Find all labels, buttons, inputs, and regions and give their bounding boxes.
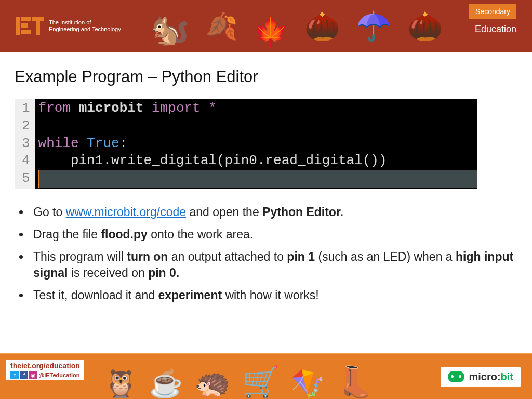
mug-icon: ☕	[149, 368, 183, 399]
instagram-icon: ◉	[29, 371, 37, 379]
line-number: 1	[22, 100, 30, 117]
education-level-box: Secondary Education	[469, 4, 516, 35]
code-line-2	[38, 117, 477, 135]
iet-mark-icon	[16, 17, 44, 35]
header-banner: The Institution of Engineering and Techn…	[0, 0, 532, 52]
footer-decorative-icons: 🦉 ☕ 🦔 🛒 🪁 👢	[104, 354, 374, 399]
pinecone-icon: 🌰	[304, 9, 340, 43]
code-line-1: from microbit import *	[38, 100, 477, 117]
line-number: 3	[22, 135, 30, 153]
umbrella-icon: ☂️	[356, 9, 392, 43]
kite-icon: 🪁	[291, 368, 325, 399]
footer-url: theiet.org/education	[10, 362, 80, 370]
line-number: 5	[22, 170, 30, 188]
microbit-logo: micro:bit	[441, 367, 521, 387]
boots-icon: 👢	[336, 364, 374, 399]
squirrel-icon: 🐿️	[151, 11, 190, 48]
microbit-chip-icon	[448, 371, 464, 382]
slide-title: Example Program – Python Editor	[15, 68, 517, 86]
bullet-2: Drag the file flood.py onto the work are…	[30, 227, 517, 243]
education-label: Education	[469, 24, 516, 35]
code-line-3: while True:	[38, 135, 477, 153]
org-line-1: The Institution of	[49, 19, 121, 26]
code-line-4: pin1.write_digital(pin0.read_digital())	[38, 152, 477, 170]
wheelbarrow-icon: 🛒	[242, 364, 280, 399]
twitter-icon: t	[10, 371, 19, 379]
line-gutter: 1 2 3 4 5	[15, 99, 35, 189]
social-handle: @IETeducation	[38, 372, 79, 378]
facebook-icon: f	[20, 371, 28, 379]
microbit-text: micro:bit	[469, 371, 513, 383]
bullet-4: Test it, download it and experiment with…	[30, 287, 517, 303]
cursor-icon	[38, 170, 39, 188]
iet-logo: The Institution of Engineering and Techn…	[16, 17, 121, 35]
line-number: 4	[22, 152, 30, 170]
footer-contact-card: theiet.org/education t f ◉ @IETeducation	[6, 360, 84, 380]
leaf-brown-icon: 🍂	[205, 11, 237, 41]
org-line-2: Engineering and Technology	[49, 26, 121, 33]
bullet-1: Go to www.microbit.org/code and open the…	[30, 204, 517, 220]
header-decorative-icons: 🐿️ 🍂 🍁 🌰 ☂️ 🌰	[151, 0, 443, 52]
owl-icon: 🦉	[104, 368, 138, 399]
bullet-3: This program will turn on an output atta…	[30, 249, 517, 281]
iet-org-text: The Institution of Engineering and Techn…	[49, 19, 121, 33]
footer-banner: theiet.org/education t f ◉ @IETeducation…	[0, 353, 532, 399]
instruction-list: Go to www.microbit.org/code and open the…	[15, 204, 517, 303]
leaf-orange-icon: 🍁	[253, 15, 289, 48]
social-row: t f ◉ @IETeducation	[10, 371, 80, 379]
code-line-5-active	[38, 170, 477, 188]
hedgehog-icon: 🦔	[194, 365, 231, 399]
secondary-badge: Secondary	[469, 4, 516, 19]
line-number: 2	[22, 117, 30, 135]
slide-content: Example Program – Python Editor 1 2 3 4 …	[0, 52, 532, 315]
acorn-icon: 🌰	[407, 9, 443, 43]
code-area: from microbit import * while True: pin1.…	[35, 99, 477, 189]
code-editor: 1 2 3 4 5 from microbit import * while T…	[15, 99, 477, 189]
microbit-link[interactable]: www.microbit.org/code	[66, 205, 186, 219]
